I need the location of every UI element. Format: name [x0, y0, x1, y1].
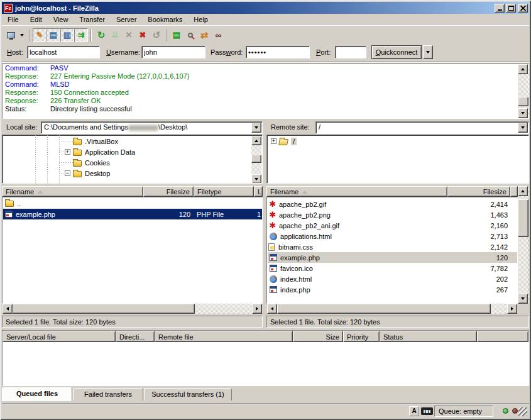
- column-header-filesize[interactable]: Filesize: [143, 186, 194, 197]
- toggle-queue-button[interactable]: ⇉: [74, 28, 88, 42]
- scroll-left-button[interactable]: [3, 304, 13, 314]
- local-site-row: Local site: C:\Documents and Settings\De…: [2, 121, 263, 134]
- tree-item-root[interactable]: + /: [271, 136, 297, 146]
- menu-view[interactable]: View: [48, 14, 74, 25]
- scroll-down-button[interactable]: [518, 294, 528, 304]
- reconnect-button[interactable]: ↺: [150, 28, 163, 42]
- scroll-up-button[interactable]: [518, 186, 528, 196]
- column-header-status[interactable]: Status: [380, 331, 477, 342]
- folder-icon: [73, 171, 82, 177]
- local-tree-scrollbar[interactable]: [251, 136, 261, 184]
- column-header-lastmodified[interactable]: L: [254, 186, 263, 197]
- scrollbar-thumb[interactable]: [518, 199, 528, 237]
- file-row[interactable]: ✱apache_pb2.png 1,463: [268, 209, 517, 220]
- scrollbar-thumb[interactable]: [277, 304, 491, 314]
- tab-failed-transfers[interactable]: Failed transfers: [73, 388, 143, 401]
- column-header-priority[interactable]: Priority: [343, 331, 380, 342]
- column-header-filename[interactable]: Filename: [266, 186, 447, 197]
- column-header-server-local-file[interactable]: Server/Local file: [3, 331, 116, 342]
- menu-server[interactable]: Server: [111, 14, 142, 25]
- tree-item-desktop[interactable]: − Desktop: [65, 168, 110, 179]
- menu-edit[interactable]: Edit: [25, 14, 48, 25]
- file-row[interactable]: bitnami.css 2,142: [268, 241, 517, 252]
- transfer-type-indicator[interactable]: A: [409, 406, 419, 416]
- activity-led-green: [503, 408, 508, 414]
- tree-item-application-data[interactable]: + Application Data: [65, 146, 135, 157]
- remote-hscrollbar[interactable]: [267, 304, 517, 314]
- column-header-size[interactable]: Size: [293, 331, 343, 342]
- scroll-up-button[interactable]: [251, 136, 261, 145]
- process-queue-button[interactable]: ⇊: [108, 28, 122, 42]
- scrollbar-thumb[interactable]: [13, 304, 195, 314]
- port-input[interactable]: [335, 46, 366, 58]
- tab-queued-files[interactable]: Queued files: [2, 387, 72, 401]
- find-files-button[interactable]: ∞: [211, 28, 225, 42]
- toggle-log-view-button[interactable]: ✎: [33, 28, 47, 42]
- scroll-down-button[interactable]: [518, 108, 528, 118]
- file-row-example-php[interactable]: example.php 120 PHP File 1: [3, 209, 262, 219]
- file-row[interactable]: index.php 267: [268, 284, 517, 295]
- password-input[interactable]: [246, 46, 310, 58]
- menu-bookmarks[interactable]: Bookmarks: [142, 14, 188, 25]
- file-row[interactable]: ✱apache_pb2_ani.gif 2,160: [268, 220, 517, 231]
- toggle-local-tree-button[interactable]: ▤: [47, 28, 60, 42]
- synchronized-browsing-button[interactable]: ⇄: [197, 28, 211, 42]
- remote-path-combobox[interactable]: /: [315, 121, 529, 134]
- app-icon: Fz: [4, 4, 13, 13]
- quickconnect-dropdown[interactable]: [423, 45, 433, 59]
- username-input[interactable]: [141, 46, 205, 58]
- remote-file-list: ✱apache_pb2.gif 2,414 ✱apache_pb2.png 1,…: [266, 197, 518, 304]
- scrollbar-thumb[interactable]: [251, 155, 261, 163]
- column-header-filesize[interactable]: Filesize: [447, 186, 510, 197]
- column-header-remote-file[interactable]: Remote file: [155, 331, 293, 342]
- scroll-down-button[interactable]: [251, 174, 261, 184]
- column-header-direction[interactable]: Directi...: [116, 331, 155, 342]
- scrollbar-thumb[interactable]: [518, 97, 528, 106]
- quickconnect-button[interactable]: Quickconnect: [371, 45, 422, 59]
- remote-list-header: Filename Filesize: [266, 186, 518, 197]
- local-path-combobox[interactable]: C:\Documents and Settings\Desktop\: [41, 121, 263, 134]
- file-row[interactable]: applications.html 2,713: [268, 231, 517, 241]
- scroll-right-button[interactable]: [252, 304, 262, 314]
- sort-ascending-icon: [302, 191, 307, 194]
- toggle-remote-tree-button[interactable]: ▥: [60, 28, 74, 42]
- close-button[interactable]: [518, 4, 528, 13]
- scroll-right-button[interactable]: [507, 304, 517, 314]
- arrow-left-icon: [271, 307, 273, 311]
- host-input[interactable]: [27, 46, 100, 58]
- log-scrollbar[interactable]: [518, 64, 528, 118]
- local-path-dropdown[interactable]: [251, 123, 261, 133]
- local-hscrollbar[interactable]: [3, 304, 262, 314]
- column-header-filename[interactable]: Filename: [2, 186, 143, 197]
- expand-plus-icon[interactable]: +: [271, 138, 276, 144]
- file-row[interactable]: favicon.ico 7,782: [268, 263, 517, 274]
- remote-path-dropdown[interactable]: [518, 123, 528, 133]
- maximize-button[interactable]: [506, 4, 516, 13]
- refresh-button[interactable]: ↻: [94, 28, 108, 42]
- tree-item-virtualbox[interactable]: .VirtualBox: [73, 136, 118, 146]
- resize-grip[interactable]: [518, 407, 527, 416]
- menu-help[interactable]: Help: [188, 14, 214, 25]
- filter-button[interactable]: ▤: [170, 28, 183, 42]
- chevron-down-icon: [20, 34, 24, 36]
- scroll-up-button[interactable]: [518, 64, 528, 74]
- disconnect-button[interactable]: ✖: [136, 28, 150, 42]
- column-header-filetype[interactable]: Filetype: [194, 186, 254, 197]
- directory-comparison-button[interactable]: [183, 28, 197, 42]
- tree-item-cookies[interactable]: Cookies: [73, 157, 110, 168]
- file-row-selected[interactable]: example.php 120: [268, 252, 517, 263]
- file-row-parent[interactable]: ..: [3, 198, 262, 209]
- menu-transfer[interactable]: Transfer: [74, 14, 111, 25]
- file-row[interactable]: ✱apache_pb2.gif 2,414: [268, 199, 517, 209]
- minimize-button[interactable]: [495, 4, 505, 13]
- cancel-operation-button[interactable]: ✕: [122, 28, 136, 42]
- site-manager-dropdown[interactable]: [18, 28, 26, 42]
- menu-file[interactable]: File: [2, 14, 25, 25]
- expand-plus-icon[interactable]: +: [65, 149, 70, 155]
- file-row[interactable]: index.html 202: [268, 274, 517, 284]
- site-manager-button[interactable]: [4, 28, 18, 42]
- scroll-left-button[interactable]: [267, 304, 277, 314]
- collapse-minus-icon[interactable]: −: [65, 170, 70, 176]
- remote-vscrollbar[interactable]: [518, 186, 528, 304]
- tab-successful-transfers[interactable]: Successful transfers (1): [144, 388, 232, 401]
